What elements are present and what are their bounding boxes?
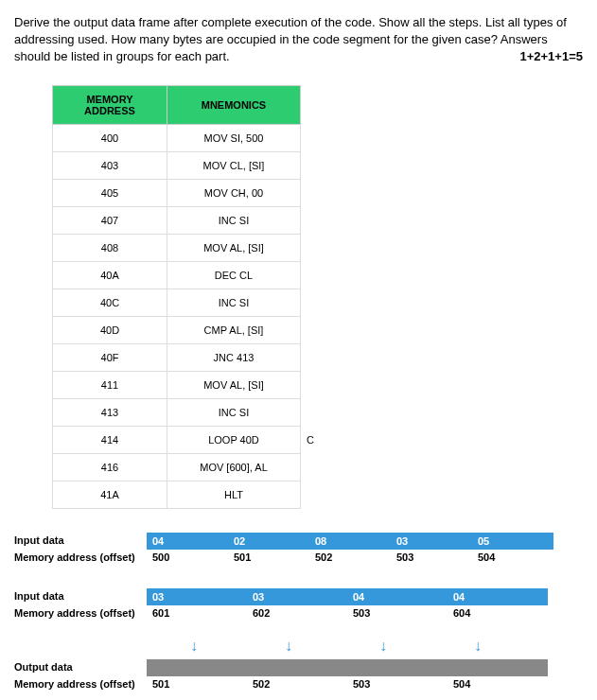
input1-label: Input data	[14, 534, 64, 546]
mnemonic-table: MEMORY ADDRESS MNEMONICS 400MOV SI, 500 …	[52, 85, 301, 509]
table-row: 414LOOP 40DC	[53, 426, 301, 453]
table-row: 40CINC SI	[53, 289, 301, 316]
input-data-2: Input data 03 03 04 04 Memory address (o…	[14, 588, 583, 621]
arrow-down-icon: ↓	[430, 638, 525, 655]
table-row: 400MOV SI, 500	[53, 124, 301, 151]
table-row: 407INC SI	[53, 206, 301, 234]
input2-label: Input data	[14, 590, 64, 602]
table-row: 40DCMP AL, [SI]	[53, 316, 301, 343]
table-row: 405MOV CH, 00	[53, 179, 301, 206]
table-row: 41AHLT	[53, 481, 301, 508]
output-label: Output data	[14, 661, 73, 673]
col-header-addr: MEMORY ADDRESS	[53, 85, 167, 124]
arrow-down-icon: ↓	[147, 638, 241, 655]
marks: 1+2+1+1=5	[519, 48, 583, 65]
question-body: Derive the output data frame after compl…	[14, 15, 567, 63]
input-data-1: Input data 04 02 08 03 05 Memory address…	[14, 533, 583, 565]
table-row: 416MOV [600], AL	[53, 453, 301, 481]
table-row: 413INC SI	[53, 398, 301, 426]
table-row: 40FJNC 413	[53, 343, 301, 371]
arrow-down-icon: ↓	[241, 638, 336, 655]
input2-addr-label: Memory address (offset)	[14, 607, 135, 619]
question-text: Derive the output data frame after compl…	[14, 14, 583, 66]
output-addr-label: Memory address (offset)	[14, 678, 135, 690]
col-header-mnem: MNEMONICS	[167, 85, 301, 124]
output-data: Output data Memory address (offset) 501 …	[14, 659, 583, 691]
arrow-down-icon: ↓	[336, 638, 430, 655]
loop-suffix: C	[307, 434, 314, 446]
input1-addr-label: Memory address (offset)	[14, 551, 135, 563]
arrows: ↓ ↓ ↓ ↓	[147, 638, 583, 655]
table-row: 411MOV AL, [SI]	[53, 371, 301, 398]
table-row: 40ADEC CL	[53, 261, 301, 289]
table-row: 408MOV AL, [SI]	[53, 234, 301, 261]
table-row: 403MOV CL, [SI]	[53, 151, 301, 179]
